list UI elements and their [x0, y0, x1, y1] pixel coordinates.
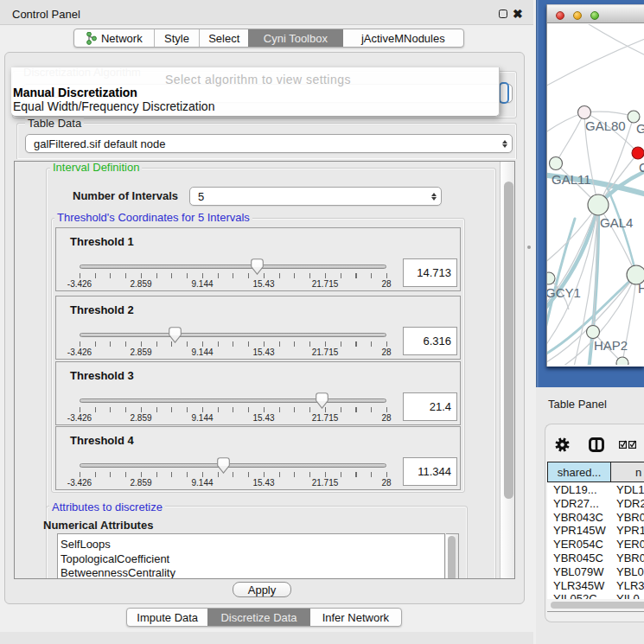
svg-text:H: H [638, 281, 644, 296]
svg-text:GA: GA [636, 121, 644, 136]
svg-text:GAL11: GAL11 [552, 172, 591, 187]
svg-text:HAP2: HAP2 [594, 338, 628, 353]
svg-text:GAL4: GAL4 [600, 215, 633, 230]
svg-text:GAL80: GAL80 [585, 118, 626, 133]
svg-text:GCY1: GCY1 [547, 285, 581, 300]
svg-text:C: C [639, 160, 644, 175]
